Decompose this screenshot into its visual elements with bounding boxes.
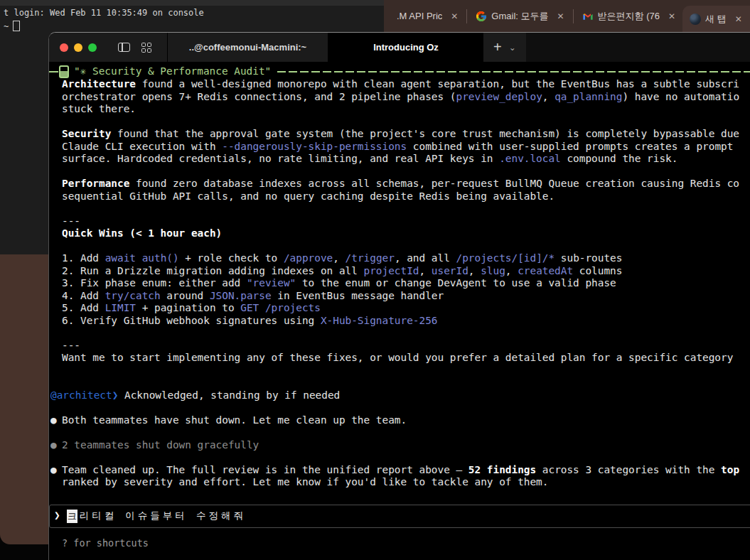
close-window-button[interactable] [60, 43, 68, 52]
terminal-line: @architect❯ Acknowledged, standing by if… [49, 389, 750, 402]
tab-dropdown-icon[interactable]: ⌄ [509, 43, 516, 53]
text-segment: compound the risk. [561, 153, 678, 164]
browser-tab-title: .M API Pric [397, 11, 442, 21]
text-segment: surface. Hardcoded credentials, no rate … [62, 153, 499, 164]
section-header-line: "✳ Security & Performance Audit" [49, 65, 750, 78]
terminal-body: "✳ Security & Performance Audit"Architec… [49, 62, 750, 560]
gmail-favicon-icon [582, 11, 594, 22]
terminal-line: ranked by severity and effort. Let me kn… [49, 476, 750, 489]
text-segment: + pagination to [136, 302, 240, 313]
code-span: .env.local [499, 153, 561, 164]
task-box-icon [59, 65, 69, 78]
text-segment: sequential GitHub API calls, and no quer… [62, 190, 555, 202]
tab-close-icon[interactable]: ✕ [557, 11, 564, 21]
browser-tab-title: 새 탭 [705, 13, 727, 26]
browser-tab[interactable]: 받은편지함 (76✕ [575, 0, 682, 32]
terminal-line: Performance found zero database indexes … [49, 178, 750, 190]
browser-tab[interactable]: .M API Pric✕ [384, 0, 465, 32]
desktop: { "colors": { "accent_green": "#a9d489",… [0, 0, 750, 560]
tab-separator [466, 9, 467, 23]
last-login-line: t login: Wed Feb 11 10:35:49 on console [0, 6, 384, 18]
tab-close-icon[interactable]: ✕ [735, 14, 742, 24]
code-span: /trigger [345, 252, 395, 264]
shell-prompt-line: ~ [0, 18, 384, 31]
shortcuts-hint: ? for shortcuts [49, 537, 750, 550]
text-segment: 1. Add [62, 252, 105, 264]
terminal-line: Want me to start implementing any of the… [49, 352, 750, 365]
terminal-output: "✳ Security & Performance Audit"Architec… [49, 65, 750, 489]
text-segment: around [161, 290, 210, 301]
bold-text: Security [62, 128, 111, 139]
code-span: preview_deploy [456, 91, 542, 102]
bold-text: Architecture [62, 78, 136, 90]
prompt-symbol: ~ [4, 21, 9, 31]
bold-text: 52 findings [468, 464, 536, 475]
bold-text: top [721, 464, 739, 475]
browser-tab-title: Gmail: 모두를 [491, 10, 548, 23]
text-segment: , [505, 265, 518, 276]
text-segment: --- [62, 215, 80, 227]
text-segment: found a well-designed monorepo with clea… [136, 78, 739, 90]
rule-segment [49, 71, 58, 72]
terminal-line: 6. Verify GitHub webhook signatures usin… [49, 315, 750, 328]
terminal-line: 1. Add await auth() + role check to /app… [49, 252, 750, 265]
code-span: "review" [247, 277, 296, 289]
browser-tab[interactable]: 새 탭✕ [682, 6, 750, 32]
terminal-line: orchestrator opens 7+ Redis connections,… [49, 91, 750, 104]
text-segment: combined with user-supplied prompts crea… [407, 141, 733, 152]
terminal-line: --- [49, 340, 750, 352]
text-segment: columns [573, 265, 622, 276]
blank-line [49, 426, 750, 439]
text-segment: , and all [395, 252, 456, 264]
bold-text: Quick Wins (< 1 hour each) [62, 227, 222, 239]
text-segment: Claude CLI execution with [62, 141, 222, 152]
tab-separator [573, 9, 574, 23]
prompt-input-box[interactable]: ❯ 크 리티컬 이슈들부터 수정해줘 [49, 505, 750, 528]
terminal-line: surface. Hardcoded credentials, no rate … [49, 153, 750, 166]
input-prompt-icon: ❯ [54, 510, 60, 522]
terminal-line: 4. Add try/catch around JSON.parse in Ev… [49, 290, 750, 303]
code-span: X-Hub-Signature-256 [321, 315, 438, 326]
tab-overview-icon[interactable] [141, 43, 151, 53]
code-span: createdAt [518, 265, 573, 276]
terminal-line: Quick Wins (< 1 hour each) [49, 227, 750, 240]
bullet-text: Both teammates have shut down. Let me cl… [62, 414, 407, 427]
terminal-tab-introducing-oz[interactable]: Introducing Oz [328, 33, 483, 62]
text-segment: Both teammates have shut down. Let me cl… [62, 414, 407, 426]
terminal-line: ●Team cleaned up. The full review is in … [49, 464, 750, 477]
terminal-line: Architecture found a well-designed monor… [49, 78, 750, 91]
text-segment: 4. Add [62, 290, 105, 301]
minimize-window-button[interactable] [74, 43, 82, 52]
code-span: userId [432, 265, 468, 276]
text-segment: Acknowledged, standing by if needed [118, 389, 340, 401]
tab-close-icon[interactable]: ✕ [451, 11, 458, 21]
blank-line [49, 365, 750, 377]
terminal-line: sequential GitHub API calls, and no quer… [49, 190, 750, 203]
text-segment: 3. Fix phase enum: either add [62, 277, 247, 289]
text-segment: found that the approval gate system (the… [111, 128, 739, 139]
zoom-window-button[interactable] [88, 43, 97, 52]
browser-tab[interactable]: Gmail: 모두를✕ [468, 0, 571, 32]
code-span: GET /projects [240, 302, 321, 313]
tab-close-icon[interactable]: ✕ [668, 11, 675, 21]
code-span: await auth() [105, 252, 179, 264]
terminal-tab-shell[interactable]: ..@coffeemonui-Macmini:~ [167, 33, 328, 62]
code-span: /approve [284, 252, 333, 264]
code-span: slug [481, 265, 505, 276]
terminal-line: Claude CLI execution with --dangerously-… [49, 141, 750, 154]
none-favicon-icon [391, 11, 392, 22]
text-segment: across 3 categories with the [536, 464, 721, 475]
blank-line [49, 451, 750, 464]
bold-text: Performance [62, 178, 129, 189]
code-span: try/catch [105, 290, 161, 301]
terminal-line: ●Both teammates have shut down. Let me c… [49, 414, 750, 427]
bullet-icon: ● [50, 439, 62, 452]
browser-tab-title: 받은편지함 (76 [598, 10, 660, 23]
input-cursor: 크 [67, 510, 77, 523]
new-tab-button[interactable]: + [493, 39, 502, 55]
text-segment: to the enum or change DevAgent to use a … [296, 277, 616, 289]
blank-line [49, 240, 750, 253]
text-segment: , [333, 252, 345, 264]
sidebar-toggle-icon[interactable] [118, 43, 130, 52]
code-span: LIMIT [105, 302, 136, 313]
